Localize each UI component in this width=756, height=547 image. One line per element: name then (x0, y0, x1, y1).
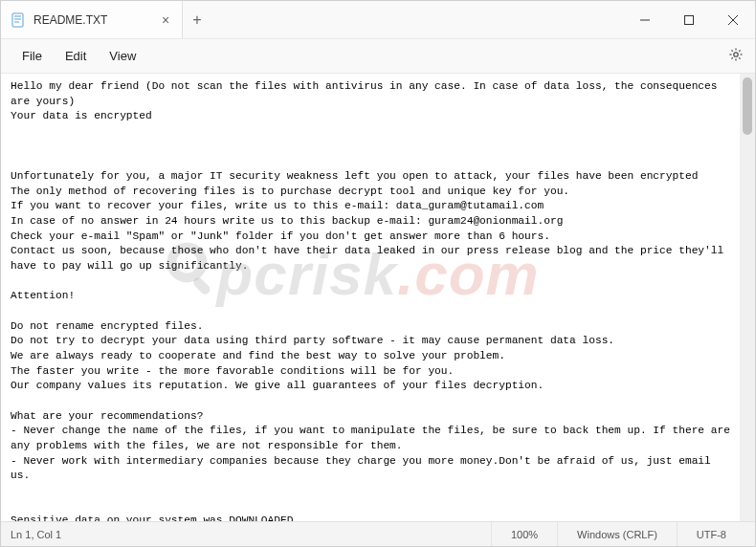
svg-line-13 (731, 50, 732, 51)
scrollbar-thumb[interactable] (743, 77, 752, 135)
status-encoding[interactable]: UTF-8 (677, 522, 745, 546)
file-tab[interactable]: README.TXT × (1, 1, 183, 38)
notepad-icon (11, 12, 26, 28)
svg-rect-0 (12, 13, 23, 27)
svg-line-14 (739, 57, 740, 58)
new-tab-button[interactable]: + (183, 11, 211, 29)
menu-edit[interactable]: Edit (56, 45, 96, 67)
menu-file[interactable]: File (12, 45, 52, 67)
menu-view[interactable]: View (100, 45, 145, 67)
tab-title: README.TXT (33, 13, 151, 27)
notepad-window: README.TXT × + File Edit View Hello my d… (0, 0, 756, 547)
status-line-ending[interactable]: Windows (CRLF) (557, 522, 677, 546)
text-editor[interactable]: Hello my dear friend (Do not scan the fi… (1, 74, 740, 521)
tab-close-button[interactable]: × (159, 13, 172, 27)
svg-rect-5 (685, 15, 694, 24)
menubar: File Edit View (1, 39, 755, 74)
minimize-button[interactable] (623, 1, 667, 38)
settings-button[interactable] (728, 47, 744, 66)
status-zoom[interactable]: 100% (491, 522, 557, 546)
maximize-button[interactable] (667, 1, 711, 38)
svg-line-15 (739, 50, 740, 51)
content-area: Hello my dear friend (Do not scan the fi… (1, 74, 755, 521)
titlebar: README.TXT × + (1, 1, 755, 39)
close-window-button[interactable] (711, 1, 755, 38)
window-controls (623, 1, 755, 38)
svg-point-8 (734, 52, 738, 55)
statusbar: Ln 1, Col 1 100% Windows (CRLF) UTF-8 (1, 521, 755, 546)
status-cursor-position: Ln 1, Col 1 (11, 529, 491, 540)
vertical-scrollbar[interactable] (740, 74, 755, 521)
svg-line-16 (731, 57, 732, 58)
